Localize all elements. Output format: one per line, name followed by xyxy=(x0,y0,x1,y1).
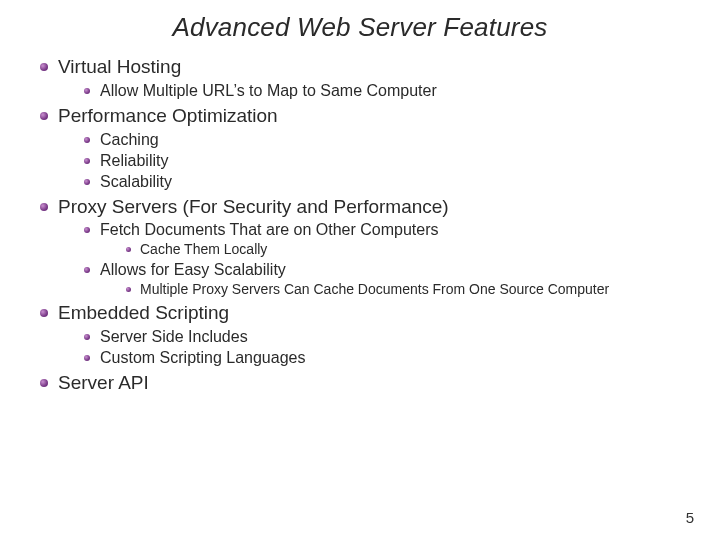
list-item-label: Allow Multiple URL’s to Map to Same Comp… xyxy=(100,82,437,99)
list-item: Allow Multiple URL’s to Map to Same Comp… xyxy=(84,81,680,101)
slide-title: Advanced Web Server Features xyxy=(40,12,680,43)
list-item: Scalability xyxy=(84,172,680,192)
list-item-label: Custom Scripting Languages xyxy=(100,349,305,366)
list-item-label: Server Side Includes xyxy=(100,328,248,345)
bullet-list-level2: Server Side Includes Custom Scripting La… xyxy=(58,327,680,368)
bullet-list-level3: Multiple Proxy Servers Can Cache Documen… xyxy=(100,281,680,299)
list-item-label: Fetch Documents That are on Other Comput… xyxy=(100,221,439,238)
list-item-label: Caching xyxy=(100,131,159,148)
list-item: Custom Scripting Languages xyxy=(84,348,680,368)
list-item-label: Embedded Scripting xyxy=(58,302,229,323)
list-item-label: Scalability xyxy=(100,173,172,190)
list-item: Caching xyxy=(84,130,680,150)
list-item-label: Multiple Proxy Servers Can Cache Documen… xyxy=(140,281,609,297)
bullet-list-level3: Cache Them Locally xyxy=(100,241,680,259)
bullet-list-level2: Fetch Documents That are on Other Comput… xyxy=(58,220,680,298)
list-item: Multiple Proxy Servers Can Cache Documen… xyxy=(126,281,680,299)
list-item-label: Allows for Easy Scalability xyxy=(100,261,286,278)
list-item: Server Side Includes xyxy=(84,327,680,347)
bullet-list-level1: Virtual Hosting Allow Multiple URL’s to … xyxy=(40,55,680,395)
list-item: Proxy Servers (For Security and Performa… xyxy=(40,195,680,299)
list-item: Allows for Easy Scalability Multiple Pro… xyxy=(84,260,680,299)
list-item-label: Virtual Hosting xyxy=(58,56,181,77)
list-item: Virtual Hosting Allow Multiple URL’s to … xyxy=(40,55,680,101)
list-item: Fetch Documents That are on Other Comput… xyxy=(84,220,680,259)
list-item: Reliability xyxy=(84,151,680,171)
list-item-label: Cache Them Locally xyxy=(140,241,267,257)
bullet-list-level2: Caching Reliability Scalability xyxy=(58,130,680,192)
list-item-label: Performance Optimization xyxy=(58,105,278,126)
list-item-label: Reliability xyxy=(100,152,168,169)
list-item-label: Proxy Servers (For Security and Performa… xyxy=(58,196,449,217)
list-item: Embedded Scripting Server Side Includes … xyxy=(40,301,680,368)
list-item-label: Server API xyxy=(58,372,149,393)
list-item: Cache Them Locally xyxy=(126,241,680,259)
bullet-list-level2: Allow Multiple URL’s to Map to Same Comp… xyxy=(58,81,680,101)
list-item: Server API xyxy=(40,371,680,395)
slide: Advanced Web Server Features Virtual Hos… xyxy=(0,0,720,540)
list-item: Performance Optimization Caching Reliabi… xyxy=(40,104,680,192)
page-number: 5 xyxy=(686,509,694,526)
